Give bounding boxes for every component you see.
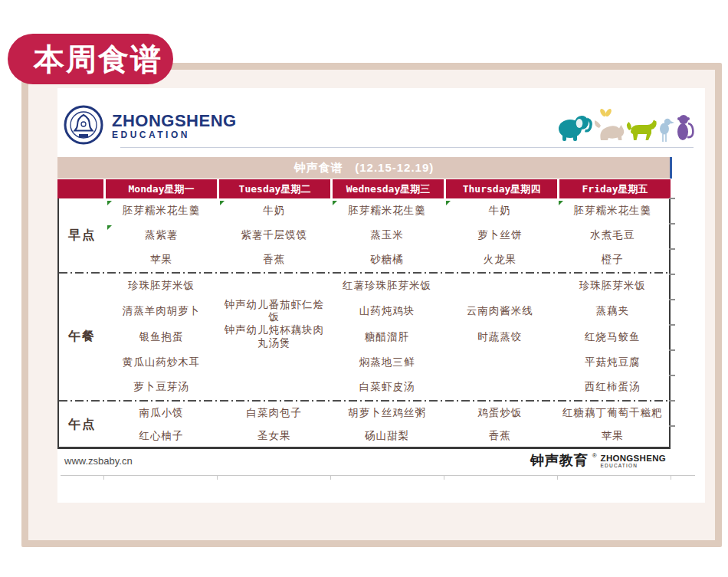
cat-icon [595, 120, 624, 140]
selection-caret [670, 157, 672, 179]
row-tick-marks [669, 198, 675, 449]
menu-cell: 西红柿蛋汤 [556, 375, 669, 401]
menu-cell: 香蕉 [218, 248, 330, 272]
menu-cell: 萝卜豆芽汤 [105, 375, 218, 401]
dog-icon [627, 120, 657, 141]
menu-cell: 牛奶 [444, 198, 556, 223]
menu-cell: 橙子 [556, 248, 669, 272]
menu-cell: 银鱼抱蛋 [105, 324, 218, 350]
spreadsheet-grid-line [61, 475, 695, 480]
menu-row: 胚芽糯米花生羹牛奶胚芽糯米花生羹牛奶胚芽糯米花生羹 [105, 198, 669, 223]
footer-brand-en: ZHONGSHENG [601, 454, 666, 463]
school-logo-seal-icon [64, 105, 103, 148]
school-logo: ZHONGSHENG EDUCATION [64, 105, 237, 148]
menu-cell: 胚芽糯米花生羹 [330, 198, 443, 223]
week-menu-badge-label: 本周食谱 [34, 38, 162, 80]
menu-table: 钟声食谱 (12.15-12.19) Monday星期一 Tuesday星期二 … [57, 157, 671, 448]
menu-row: 苹果香蕉砂糖橘火龙果橙子 [105, 248, 669, 272]
menu-cell: 胚芽糯米花生羹 [556, 198, 669, 223]
menu-cell: 珍珠胚芽米饭 [105, 274, 218, 299]
menu-title: 钟声食谱 (12.15-12.19) [294, 161, 435, 175]
menu-cell: 南瓜小馍 [105, 402, 218, 425]
weekly-menu-screen: 本周食谱 ZHONGSHENG EDUCATION [0, 0, 728, 577]
menu-cell [218, 375, 330, 401]
footer-brand-cn: 钟声教育 [530, 453, 589, 468]
menu-row: 珍珠胚芽米饭红薯珍珠胚芽米饭珍珠胚芽米饭 [105, 274, 669, 299]
menu-cell: 砂糖橘 [330, 248, 443, 272]
menu-cell: 蒸藕夹 [556, 299, 669, 325]
menu-row: 银鱼抱蛋钟声幼儿炖杯藕块肉丸汤煲糖醋溜肝时蔬蒸饺红烧马鲛鱼 [105, 324, 669, 350]
comment-marker-icon [220, 201, 225, 205]
school-logo-text: ZHONGSHENG EDUCATION [112, 113, 237, 141]
menu-cell: 焖蒸地三鲜 [330, 350, 443, 375]
meal-section: 午点南瓜小馍白菜肉包子胡萝卜丝鸡丝粥鸡蛋炒饭红糖藕丁葡萄干糍粑红心柚子圣女果砀山… [59, 402, 669, 448]
menu-cell: 红心柚子 [105, 425, 218, 448]
menu-row: 黄瓜山药炒木耳焖蒸地三鲜平菇炖豆腐 [105, 350, 669, 375]
menu-cell: 火龙果 [444, 248, 556, 272]
comment-marker-icon [559, 201, 563, 205]
menu-cell: 香蕉 [444, 425, 556, 448]
menu-cell: 红薯珍珠胚芽米饭 [330, 274, 443, 299]
logo-subtitle: EDUCATION [112, 129, 237, 141]
menu-cell: 鸡蛋炒饭 [444, 402, 556, 425]
menu-cell: 平菇炖豆腐 [556, 350, 669, 375]
menu-cell: 苹果 [556, 425, 669, 448]
menu-cell: 胡萝卜丝鸡丝粥 [330, 402, 443, 425]
menu-cell: 糖醋溜肝 [330, 324, 443, 350]
menu-cell: 黄瓜山药炒木耳 [105, 350, 218, 375]
menu-cell: 砀山甜梨 [330, 425, 443, 448]
menu-row: 红心柚子圣女果砀山甜梨香蕉苹果 [105, 425, 669, 448]
sheet-footer: www.zsbaby.cn 钟声教育 ® ZHONGSHENG EDUCATIO… [57, 447, 671, 473]
bird-icon [660, 119, 674, 142]
menu-cell [218, 350, 330, 375]
day-header-thursday: Thursday星期四 [446, 179, 557, 198]
day-header-monday: Monday星期一 [106, 179, 217, 198]
footer-brand-logo: 钟声教育 ® ZHONGSHENG EDUCATION [530, 453, 666, 469]
menu-cell [444, 274, 556, 299]
menu-sheet: ZHONGSHENG EDUCATION [57, 88, 705, 503]
logo-title: ZHONGSHENG [112, 113, 237, 129]
comment-marker-icon [446, 201, 451, 205]
menu-cell: 白菜虾皮汤 [330, 375, 443, 401]
menu-cell: 牛奶 [218, 198, 330, 223]
menu-cell [444, 350, 556, 375]
comment-marker-icon [333, 201, 337, 205]
menu-cell: 珍珠胚芽米饭 [556, 274, 669, 299]
day-header-wednesday: Wednesday星期三 [333, 179, 444, 198]
day-header-tuesday: Tuesday星期二 [219, 179, 330, 198]
elephant-icon [559, 116, 591, 141]
week-menu-badge: 本周食谱 [8, 34, 173, 84]
footer-brand-en-sub: EDUCATION [601, 463, 666, 469]
menu-cell: 白菜肉包子 [218, 402, 330, 425]
meal-label: 午点 [59, 402, 105, 448]
menu-cell: 云南肉酱米线 [444, 299, 556, 325]
website-url[interactable]: www.zsbaby.cn [64, 455, 133, 467]
meal-section: 午餐珍珠胚芽米饭红薯珍珠胚芽米饭珍珠胚芽米饭清蒸羊肉胡萝卜钟声幼儿番茄虾仁烩饭山… [59, 274, 669, 400]
menu-row: 萝卜豆芽汤白菜虾皮汤西红柿蛋汤 [105, 375, 669, 401]
menu-table-body: 早点胚芽糯米花生羹牛奶胚芽糯米花生羹牛奶胚芽糯米花生羹蒸紫薯紫薯千层馍馍蒸玉米萝… [57, 198, 671, 448]
meal-section: 早点胚芽糯米花生羹牛奶胚芽糯米花生羹牛奶胚芽糯米花生羹蒸紫薯紫薯千层馍馍蒸玉米萝… [59, 198, 669, 272]
menu-cell: 时蔬蒸饺 [444, 324, 556, 350]
registered-mark: ® [592, 452, 597, 459]
menu-cell: 苹果 [105, 248, 218, 272]
menu-cell: 紫薯千层馍馍 [218, 223, 330, 248]
menu-cell: 圣女果 [218, 425, 330, 448]
butterfly-icon [599, 108, 613, 118]
meal-label: 午餐 [59, 274, 105, 400]
comment-marker-icon [107, 201, 112, 205]
day-header-corner-cell [57, 179, 103, 198]
menu-row: 南瓜小馍白菜肉包子胡萝卜丝鸡丝粥鸡蛋炒饭红糖藕丁葡萄干糍粑 [105, 402, 669, 425]
menu-cell [444, 375, 556, 401]
menu-cell: 胚芽糯米花生羹 [105, 198, 218, 223]
comment-marker-icon [107, 225, 112, 230]
monkey-icon [677, 115, 693, 140]
menu-cell: 红糖藕丁葡萄干糍粑 [556, 402, 669, 425]
menu-row: 蒸紫薯紫薯千层馍馍蒸玉米萝卜丝饼水煮毛豆 [105, 223, 669, 248]
menu-table-title-bar: 钟声食谱 (12.15-12.19) [57, 157, 671, 179]
menu-cell: 萝卜丝饼 [444, 223, 556, 248]
menu-cell: 清蒸羊肉胡萝卜 [105, 299, 218, 325]
animal-icons-row [556, 107, 694, 146]
menu-cell: 钟声幼儿炖杯藕块肉丸汤煲 [218, 324, 330, 350]
menu-cell: 红烧马鲛鱼 [556, 324, 669, 350]
day-header-row: Monday星期一 Tuesday星期二 Wednesday星期三 Thursd… [57, 179, 671, 198]
